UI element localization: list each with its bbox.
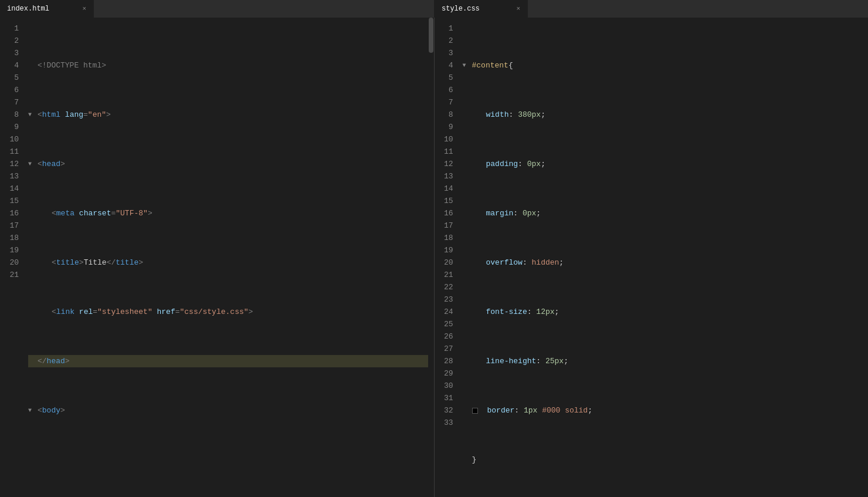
code-line: border: 1px #000 solid;: [463, 404, 869, 417]
close-icon-left[interactable]: ×: [82, 5, 86, 12]
left-code-content[interactable]: <!DOCTYPE html> ▼ <html lang="en"> ▼ <he…: [23, 18, 428, 497]
fold-indicator[interactable]: ▼: [463, 59, 472, 72]
code-line: [28, 454, 428, 466]
code-line: padding: 0px;: [463, 158, 869, 170]
fold-indicator[interactable]: ▼: [28, 404, 38, 417]
fold-indicator[interactable]: ▼: [28, 109, 38, 121]
code-line: line-height: 25px;: [463, 355, 869, 367]
code-line: ▼ <head>: [28, 158, 428, 170]
left-line-numbers: 1 2 3 4 5 6 7 8 9 10 11 12 13 14 15 16 1…: [0, 18, 23, 497]
left-scrollbar[interactable]: [428, 18, 434, 497]
tab-index-html[interactable]: index.html ×: [0, 0, 94, 18]
code-line: </head>: [28, 355, 428, 367]
left-scrollbar-thumb[interactable]: [429, 18, 433, 53]
code-line: }: [463, 454, 869, 466]
left-editor: 1 2 3 4 5 6 7 8 9 10 11 12 13 14 15 16 1…: [0, 18, 435, 497]
code-line: width: 380px;: [463, 109, 869, 121]
right-editor: 1 2 3 4 5 6 7 8 9 10 11 12 13 14 15 16 1…: [435, 18, 869, 497]
code-line: ▼ #content{: [463, 59, 869, 72]
code-line: ▼ <html lang="en">: [28, 109, 428, 121]
right-code-area[interactable]: 1 2 3 4 5 6 7 8 9 10 11 12 13 14 15 16 1…: [435, 18, 869, 497]
tab-label-style: style.css: [442, 5, 480, 13]
color-swatch: [472, 408, 478, 414]
code-line: font-size: 12px;: [463, 306, 869, 318]
left-code-area[interactable]: 1 2 3 4 5 6 7 8 9 10 11 12 13 14 15 16 1…: [0, 18, 434, 497]
code-line: ▼ <body>: [28, 404, 428, 417]
code-line: <title>Title</title>: [28, 256, 428, 269]
tab-label-index: index.html: [7, 5, 49, 13]
code-line: <meta charset="UTF-8">: [28, 207, 428, 219]
editors-container: 1 2 3 4 5 6 7 8 9 10 11 12 13 14 15 16 1…: [0, 18, 868, 497]
right-code-content[interactable]: ▼ #content{ width: 380px; padding: 0px;: [458, 18, 869, 497]
tab-style-css[interactable]: style.css ×: [434, 0, 528, 18]
code-line: margin: 0px;: [463, 207, 869, 219]
tab-bar: index.html × style.css ×: [0, 0, 868, 18]
right-line-numbers: 1 2 3 4 5 6 7 8 9 10 11 12 13 14 15 16 1…: [435, 18, 458, 497]
code-line: overflow: hidden;: [463, 256, 869, 269]
fold-indicator[interactable]: ▼: [28, 158, 38, 170]
code-line: <link rel="stylesheet" href="css/style.c…: [28, 306, 428, 318]
close-icon-right[interactable]: ×: [516, 5, 520, 12]
code-line: <!DOCTYPE html>: [28, 59, 428, 72]
